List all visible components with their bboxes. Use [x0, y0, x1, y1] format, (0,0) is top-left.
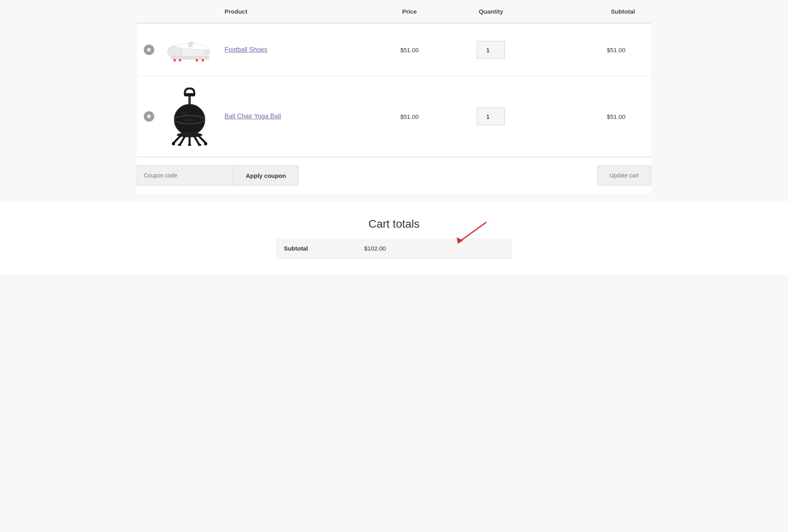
col-header-image [161, 0, 218, 23]
ball-chair-quantity[interactable] [477, 108, 505, 125]
update-cart-button[interactable]: Update cart [597, 165, 651, 185]
football-shoes-price: $51.00 [400, 47, 419, 53]
cart-totals-title: Cart totals [368, 218, 420, 230]
subtotal-label: Subtotal [276, 238, 356, 259]
cart-totals-section: Cart totals Subtotal $102.00 [0, 202, 788, 275]
svg-line-18 [174, 135, 182, 143]
subtotal-row: Subtotal $102.00 [276, 238, 512, 259]
ball-chair-subtotal: $51.00 [607, 113, 635, 120]
svg-rect-10 [202, 59, 204, 61]
svg-rect-7 [174, 59, 176, 61]
col-header-quantity: Quantity [445, 0, 537, 23]
remove-ball-chair-button[interactable]: ✖ [144, 111, 154, 122]
svg-point-25 [188, 144, 191, 146]
col-header-remove [137, 0, 161, 23]
ball-chair-price: $51.00 [400, 113, 419, 120]
svg-point-15 [182, 112, 188, 116]
cart-table: Product Price Quantity Subtotal ✖ [137, 0, 651, 157]
svg-line-29 [460, 222, 486, 241]
svg-point-27 [204, 142, 207, 145]
svg-line-22 [198, 135, 206, 143]
cart-totals-table: Subtotal $102.00 [276, 238, 512, 259]
col-header-product: Product [218, 0, 374, 23]
remove-football-shoes-button[interactable]: ✖ [144, 45, 154, 55]
svg-rect-6 [171, 56, 209, 59]
svg-text:GAIAM: GAIAM [184, 118, 194, 121]
coupon-input[interactable] [137, 165, 233, 185]
ball-chair-image: GAIAM [167, 88, 212, 145]
svg-point-23 [172, 142, 175, 145]
table-row: ✖ [137, 76, 651, 157]
svg-rect-12 [188, 96, 191, 104]
svg-rect-8 [179, 59, 181, 61]
svg-rect-11 [184, 93, 195, 96]
football-shoes-quantity[interactable] [477, 41, 505, 59]
red-arrow-annotation [452, 220, 488, 245]
table-row: ✖ [137, 23, 651, 76]
col-header-price: Price [374, 0, 445, 23]
svg-rect-9 [196, 59, 198, 61]
coupon-left: Apply coupon [137, 165, 298, 185]
col-header-subtotal: Subtotal [537, 0, 651, 23]
ball-chair-link[interactable]: Ball Chair Yoga Ball [225, 113, 281, 120]
subtotal-value: $102.00 [364, 245, 386, 252]
apply-coupon-button[interactable]: Apply coupon [233, 165, 298, 185]
svg-marker-30 [457, 237, 463, 244]
football-shoes-subtotal: $51.00 [607, 47, 635, 53]
football-shoes-image [167, 36, 212, 64]
coupon-section: Apply coupon Update cart [137, 157, 651, 194]
football-shoes-link[interactable]: Football Shoes [225, 46, 267, 53]
subtotal-value-cell: $102.00 [356, 238, 512, 259]
